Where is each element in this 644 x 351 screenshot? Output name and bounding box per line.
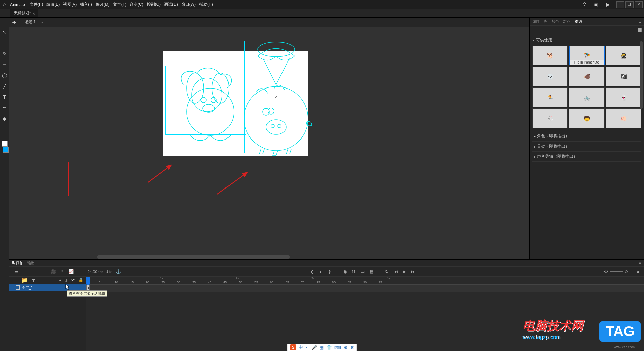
tab-assets[interactable]: 资源 xyxy=(574,19,582,24)
asset-tile[interactable]: 💀 xyxy=(532,67,568,86)
window-minimize[interactable]: — xyxy=(616,1,624,8)
asset-tile[interactable]: 🚲 xyxy=(569,87,605,107)
outline-toggle-icon[interactable]: ▯ xyxy=(63,277,69,283)
share-icon[interactable]: ⇪ xyxy=(580,1,589,8)
free-transform-tool-icon[interactable]: ⬚ xyxy=(1,39,8,47)
section-audio[interactable]: ▸声音剪辑（即将推出） xyxy=(532,152,641,162)
asset-tile[interactable]: 🐕 xyxy=(532,46,568,65)
frame-display[interactable]: 1 帧 xyxy=(106,269,112,274)
asset-tile[interactable]: 👻 xyxy=(606,87,641,107)
fps-display[interactable]: 24.00 FPS xyxy=(88,270,103,274)
text-tool-icon[interactable]: T xyxy=(1,93,8,101)
marker-icon[interactable]: ▭ xyxy=(359,268,366,275)
pen-tool-icon[interactable]: ✒ xyxy=(1,104,8,111)
frame-view-icon[interactable]: ▦ xyxy=(368,268,375,275)
step-forward-icon[interactable]: ⏭ xyxy=(410,268,417,275)
ime-item[interactable]: 中 xyxy=(299,344,303,350)
bucket-tool-icon[interactable]: ◆ xyxy=(1,115,8,122)
stroke-color-swatch[interactable] xyxy=(2,141,8,147)
window-maximize[interactable]: ❐ xyxy=(625,1,634,8)
stage-horizontal-scrollbar[interactable] xyxy=(97,255,290,259)
ime-close-icon[interactable]: ✖ xyxy=(350,345,354,350)
window-close[interactable]: ✕ xyxy=(635,1,643,8)
lock-toggle-icon[interactable]: 🔒 xyxy=(78,277,83,283)
insert-keyframe-icon[interactable]: ⬥ xyxy=(317,268,324,275)
scene-dropdown-icon[interactable]: ▾ xyxy=(41,21,43,24)
onion-skin-icon[interactable]: ◉ xyxy=(342,268,348,275)
play-test-icon[interactable]: ▶ xyxy=(603,1,612,8)
scene-icon[interactable]: ♣ xyxy=(11,19,18,26)
tab-timeline[interactable]: 时间轴 xyxy=(12,260,23,266)
fill-color-swatch[interactable] xyxy=(3,147,9,153)
section-characters[interactable]: ▸角色（即将推出） xyxy=(532,131,641,142)
ime-skin-icon[interactable]: 👕 xyxy=(326,345,332,350)
delete-layer-icon[interactable]: 🗑 xyxy=(31,277,36,283)
menu-modify[interactable]: 修改(M) xyxy=(96,2,110,7)
asset-tile[interactable]: 🏃 xyxy=(532,87,568,107)
layer-row[interactable]: 图层_1 xyxy=(9,284,86,291)
layers-menu-icon[interactable]: ☰ xyxy=(13,268,20,275)
ime-toolbar[interactable]: S 中 •, 🎤 ▦ 👕 ⌨ ⚙ ✖ xyxy=(287,344,357,351)
selection-box-pig[interactable] xyxy=(244,41,313,153)
step-back-icon[interactable]: ⏮ xyxy=(392,268,399,275)
asset-tile[interactable]: 🪂 Pig in Parachute xyxy=(569,46,605,65)
menu-command[interactable]: 命令(C) xyxy=(130,2,143,7)
playhead[interactable] xyxy=(86,277,90,285)
ime-mic-icon[interactable]: 🎤 xyxy=(312,345,317,350)
menu-insert[interactable]: 插入(I) xyxy=(80,2,92,7)
oval-tool-icon[interactable]: ◯ xyxy=(1,72,8,79)
selection-tool-icon[interactable]: ↖ xyxy=(1,28,8,36)
menu-file[interactable]: 文件(F) xyxy=(30,2,43,7)
edit-multiple-icon[interactable]: ⫿⫿ xyxy=(350,268,357,275)
graph-icon[interactable]: 📈 xyxy=(68,268,74,275)
home-icon[interactable]: ⌂ xyxy=(1,1,8,8)
loop-icon[interactable]: ↻ xyxy=(383,268,390,275)
panel-list-icon[interactable]: ≣ xyxy=(638,27,642,33)
menu-view[interactable]: 视图(V) xyxy=(63,2,77,7)
section-rigs[interactable]: ▸骨架（即将推出） xyxy=(532,142,641,152)
workspace-icon[interactable]: ▣ xyxy=(592,1,600,8)
assets-scrollbar[interactable] xyxy=(640,41,643,109)
menu-control[interactable]: 控制(O) xyxy=(147,2,161,7)
brush-tool-icon[interactable]: ✎ xyxy=(1,50,8,57)
asset-tile[interactable]: 🥷 xyxy=(606,46,641,65)
ime-item[interactable]: •, xyxy=(306,345,308,350)
selection-box-dog[interactable] xyxy=(165,66,246,135)
highlight-dot-icon[interactable]: • xyxy=(59,277,61,283)
anchor-icon[interactable]: ⚓ xyxy=(115,268,122,275)
new-folder-icon[interactable]: 📁 xyxy=(21,277,28,283)
frame-height-icon[interactable]: ▲ xyxy=(635,269,641,275)
asset-tile[interactable]: 🐗 xyxy=(569,67,605,86)
assets-available-header[interactable]: ▾ 可供使用 xyxy=(532,36,641,44)
ime-logo-icon[interactable]: S xyxy=(290,344,296,350)
ime-settings-icon[interactable]: ⚙ xyxy=(344,345,348,350)
play-icon[interactable]: ▶ xyxy=(401,268,408,275)
tab-output[interactable]: 输出 xyxy=(27,260,35,266)
asset-tile[interactable]: 🏴‍☠️ xyxy=(606,67,641,86)
panel-menu-icon[interactable]: ≡ xyxy=(639,20,641,24)
tab-align[interactable]: 对齐 xyxy=(563,19,570,24)
visibility-toggle-icon[interactable]: 👁 xyxy=(71,277,76,283)
asset-tile[interactable]: 🧒 xyxy=(569,108,605,128)
frame-ruler[interactable]: 1s 2s 3s 4s 5 10 15 20 25 30 35 40 45 50… xyxy=(86,277,644,285)
zoom-reset-icon[interactable]: ⟲ xyxy=(603,268,608,275)
new-layer-icon[interactable]: ＋ xyxy=(12,277,18,284)
document-tab[interactable]: 无标题-3* × xyxy=(10,9,38,17)
menu-debug[interactable]: 调试(D) xyxy=(164,2,178,7)
next-keyframe-icon[interactable]: ❯ xyxy=(326,268,333,275)
menu-help[interactable]: 帮助(H) xyxy=(199,2,213,7)
tab-properties[interactable]: 属性 xyxy=(532,19,540,24)
scene-label[interactable]: 场景 1 xyxy=(24,19,36,25)
prev-keyframe-icon[interactable]: ❮ xyxy=(308,268,315,275)
frame-track[interactable] xyxy=(86,285,644,292)
tab-library[interactable]: 库 xyxy=(544,19,547,24)
rectangle-tool-icon[interactable]: ▭ xyxy=(1,61,8,68)
asset-tile[interactable]: 🐇 xyxy=(532,108,568,128)
tab-color[interactable]: 颜色 xyxy=(552,19,559,24)
ime-item[interactable]: ▦ xyxy=(320,345,324,350)
line-tool-icon[interactable]: ╱ xyxy=(1,82,8,90)
layer-parent-icon[interactable]: ⚲ xyxy=(59,268,65,275)
panel-collapse-icon[interactable]: ▪▪ xyxy=(639,261,641,265)
timeline-zoom[interactable]: ⟲ ▲ xyxy=(603,268,641,275)
asset-tile[interactable]: 🐖 xyxy=(606,108,641,128)
